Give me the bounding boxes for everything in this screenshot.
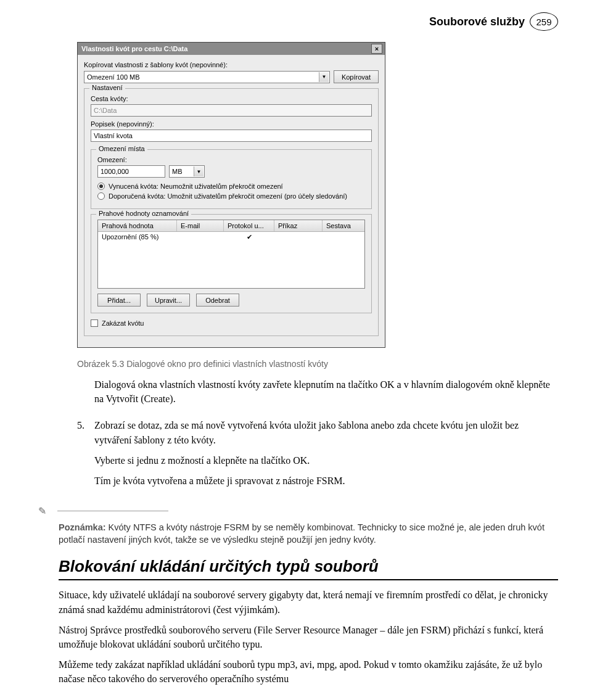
disable-quota-label: Zakázat kvótu <box>102 319 144 327</box>
body-content: Dialogová okna vlastních vlastností kvót… <box>59 377 558 686</box>
thresholds-legend: Prahové hodnoty oznamování <box>96 210 191 217</box>
disable-quota-checkbox[interactable]: Zakázat kvótu <box>91 319 372 327</box>
unit-combo[interactable]: MB ▼ <box>169 165 205 178</box>
list-spacer <box>77 377 88 412</box>
paragraph: Zobrazí se dotaz, zda se má nově vytvoře… <box>94 418 558 447</box>
td-threshold: Upozornění (85 %) <box>98 232 177 242</box>
path-value: C:\Data <box>94 107 117 114</box>
path-input: C:\Data <box>91 104 372 117</box>
list-number: 5. <box>77 418 88 494</box>
template-combo[interactable]: Omezení 100 MB ▼ <box>84 71 330 83</box>
paragraph: Tím je kvóta vytvořena a můžete ji sprav… <box>94 474 558 488</box>
paragraph: Dialogová okna vlastních vlastností kvót… <box>94 377 558 406</box>
page-header: Souborové služby 259 <box>59 12 558 31</box>
settings-legend: Nastavení <box>89 84 125 91</box>
note-body: Kvóty NTFS a kvóty nástroje FSRM by se n… <box>59 522 545 545</box>
note-paragraph: Poznámka: Kvóty NTFS a kvóty nástroje FS… <box>59 521 558 546</box>
add-button[interactable]: Přidat... <box>97 294 141 307</box>
limit-label: Omezení: <box>97 156 365 163</box>
paragraph: Situace, kdy uživatelé ukládají na soubo… <box>59 588 558 616</box>
copy-template-label: Kopírovat vlastnosti z šablony kvót (nep… <box>84 61 379 68</box>
thresholds-group: Prahové hodnoty oznamování Prahová hodno… <box>91 214 372 313</box>
unit-value: MB <box>172 168 183 175</box>
checkbox-icon <box>91 319 98 327</box>
soft-quota-label: Doporučená kvóta: Umožnit uživatelům pře… <box>109 192 347 200</box>
paragraph: Vyberte si jednu z možností a klepněte n… <box>94 453 558 467</box>
desc-value: Vlastní kvota <box>94 132 133 139</box>
th-email: E-mail <box>177 220 224 231</box>
pencil-icon: ✎ <box>35 504 49 517</box>
th-threshold: Prahová hodnota <box>98 220 177 231</box>
dialog-titlebar[interactable]: Vlastnosti kvót pro cestu C:\Data × <box>78 43 385 55</box>
page-number: 259 <box>530 12 558 31</box>
limit-legend: Omezení místa <box>96 145 147 152</box>
quota-properties-dialog: Vlastnosti kvót pro cestu C:\Data × Kopí… <box>77 42 385 348</box>
figure-caption: Obrázek 5.3 Dialogové okno pro definici … <box>77 359 558 369</box>
paragraph: Nástroj Správce prostředků souborového s… <box>59 623 558 651</box>
thresholds-table[interactable]: Prahová hodnota E-mail Protokol u... Pří… <box>97 220 365 289</box>
close-icon[interactable]: × <box>371 44 382 54</box>
paragraph: Můžeme tedy zakázat například ukládání s… <box>59 657 558 686</box>
section-heading: Blokování ukládání určitých typů souborů <box>59 555 558 581</box>
remove-button[interactable]: Odebrat <box>196 294 239 307</box>
template-combo-value: Omezení 100 MB <box>87 73 140 81</box>
hard-quota-radio[interactable]: Vynucená kvóta: Neumožnit uživatelům pře… <box>97 183 365 190</box>
td-command <box>274 232 323 242</box>
divider-line <box>57 511 168 511</box>
description-input[interactable]: Vlastní kvota <box>91 130 372 142</box>
dialog-title: Vlastnosti kvót pro cestu C:\Data <box>81 45 187 52</box>
copy-button[interactable]: Kopírovat <box>334 70 379 83</box>
settings-group: Nastavení Cesta kvóty: C:\Data Popisek (… <box>84 88 379 336</box>
note-divider: ✎ <box>35 504 558 517</box>
table-row[interactable]: Upozornění (85 %) ✔ <box>98 232 364 242</box>
td-email <box>177 232 224 242</box>
radio-icon <box>97 192 105 200</box>
limit-value: 1000,000 <box>101 168 129 175</box>
limit-group: Omezení místa Omezení: 1000,000 MB ▼ V <box>91 149 372 209</box>
edit-button[interactable]: Upravit... <box>147 294 190 307</box>
hard-quota-label: Vynucená kvóta: Neumožnit uživatelům pře… <box>109 183 283 190</box>
soft-quota-radio[interactable]: Doporučená kvóta: Umožnit uživatelům pře… <box>97 192 365 200</box>
limit-input[interactable]: 1000,000 <box>97 165 165 178</box>
th-report: Sestava <box>323 220 364 231</box>
path-label: Cesta kvóty: <box>91 95 372 102</box>
table-header: Prahová hodnota E-mail Protokol u... Pří… <box>98 220 364 232</box>
th-command: Příkaz <box>274 220 323 231</box>
desc-label: Popisek (nepovinný): <box>91 120 372 128</box>
note-label: Poznámka: <box>59 522 106 532</box>
td-report <box>323 232 364 242</box>
th-log: Protokol u... <box>224 220 274 231</box>
chevron-down-icon: ▼ <box>319 72 329 82</box>
td-log: ✔ <box>224 232 274 242</box>
chevron-down-icon: ▼ <box>194 167 204 176</box>
radio-icon <box>97 183 105 190</box>
section-name: Souborové služby <box>429 15 525 28</box>
